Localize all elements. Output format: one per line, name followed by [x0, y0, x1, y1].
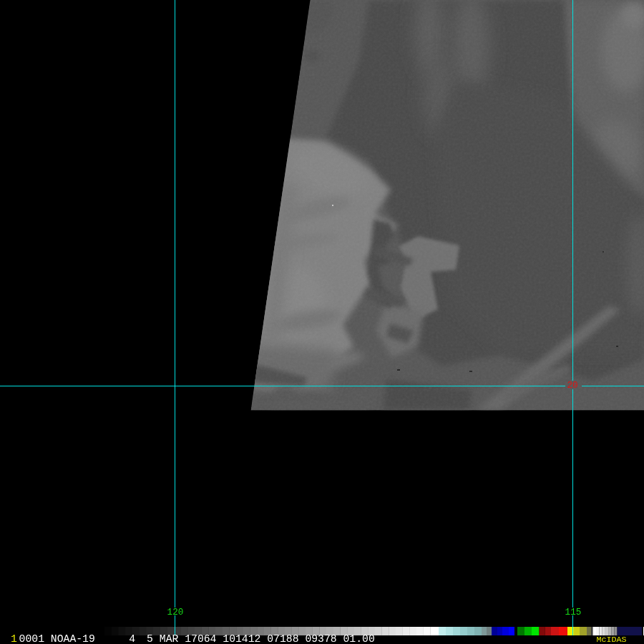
svg-text:120: 120	[167, 608, 184, 618]
svg-text:McIDAS: McIDAS	[597, 635, 627, 644]
svg-text:5 MAR 17064 101412 07188 09378: 5 MAR 17064 101412 07188 09378 01.00	[147, 633, 375, 644]
svg-text:1: 1	[11, 633, 17, 644]
svg-text:20: 20	[567, 381, 577, 391]
svg-text:4: 4	[129, 633, 135, 644]
svg-text:0001 NOAA-19: 0001 NOAA-19	[19, 633, 95, 644]
svg-text:115: 115	[565, 608, 582, 618]
